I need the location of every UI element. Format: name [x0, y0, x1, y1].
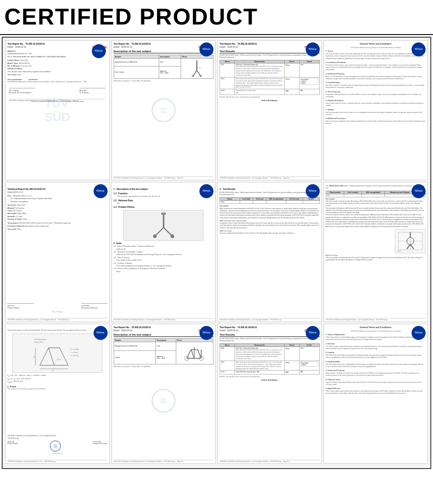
terms-title-2: General Terms and Conditions	[326, 326, 426, 329]
order-title: 2 Order	[114, 242, 214, 245]
remark-body: The samples were submitted by applicant …	[7, 388, 108, 390]
section-ref: 7.2 - EN ISO 4210-6 2014 Cycles - Safety…	[326, 185, 426, 190]
doc-row-2: TÜVSÜD Technical Report No.195.18.10427.…	[5, 182, 428, 322]
svg-text:angle: angle	[57, 359, 61, 360]
svg-text:Fork Tube: Fork Tube	[162, 213, 165, 223]
terms2-section-4: 4. Confidentiality TÜV SÜD shall maintai…	[326, 360, 426, 368]
date-line-2: Dated 2018-04-12 ORIGINAL	[114, 46, 214, 49]
signature-area-2: Ryan He Project Handler Lucas Wei Design…	[7, 303, 108, 313]
doc-footer-11: TÜV SÜD Certification and Testing (China…	[220, 460, 320, 462]
results-table-4: Clause Requirements Result Verdict 4.0.1…	[220, 343, 320, 375]
doc-1-2: TÜVSÜD Test Report No. 70.308.18.10105.0…	[112, 40, 216, 180]
test-results-title-2: 4 Test Results	[220, 188, 320, 190]
tuv-badge-3: TÜVSÜD	[306, 42, 320, 56]
svg-text:m = 22.5 kg: m = 22.5 kg	[70, 355, 78, 357]
test-standard-ref-2: EN ISO 4210-6:2014 Cycles - Safety requi…	[220, 338, 320, 343]
results-table-2: Clause Fork Label Test Level N/A / not a…	[220, 197, 320, 204]
date-line-3: Dated 2018-04-12 ORIGINAL	[220, 46, 320, 49]
doc-footer-6: TÜV SÜD Certification and Testing (China…	[114, 318, 214, 321]
formula-section: Fm = mv² / (2r) where m = mass, v = velo…	[7, 374, 108, 383]
svg-point-9	[153, 234, 157, 238]
fork-svg: Fork Tube	[146, 212, 181, 238]
doc-row-1: TÜVSÜD TÜVSÜD Test Report No. 70.308.18.…	[5, 40, 428, 180]
doc-footer-9: TÜV SÜD Certification and Testing (China…	[7, 460, 108, 462]
page-header: CERTIFIED PRODUCT	[0, 0, 433, 35]
doc-3-4: TÜVSÜD General Terms and Conditions of T…	[324, 324, 428, 464]
terms-subtitle-2: of TÜV SÜD certification and testing (Ch…	[326, 330, 426, 332]
doc-footer-7: TÜV SÜD Certification and Testing (China…	[220, 318, 320, 321]
doc-row-3: TÜVSÜD This test item clause of a bike i…	[5, 324, 428, 464]
doc-2-2: TÜVSÜD 1 Description of the test subject…	[112, 182, 216, 322]
svg-line-2	[197, 70, 201, 76]
order-details: 2.1 Date of Purchase Order, Customer's R…	[114, 245, 214, 273]
frame-image	[185, 343, 204, 363]
svg-point-10	[171, 234, 174, 238]
sample-table-10: Sample Description Photo Sample Received…	[114, 338, 214, 364]
terms-section-5: 5. Governing Law Temporibus autem quibus…	[326, 91, 426, 98]
terms-section-1: 1. Terms Lorem ipsum dolor sit amet, con…	[326, 50, 426, 60]
tuv-badge-4: TÜVSÜD	[412, 42, 426, 56]
doc-3-1: TÜVSÜD This test item clause of a bike i…	[5, 324, 110, 464]
date-line-10: Dated 2018-04-12 ORIGINAL	[114, 329, 214, 332]
sample-table: Sample Description Photo Sample Received…	[114, 55, 214, 79]
test-ref-2: EN ISO 4210-6:2014 Cycles - Safety requi…	[220, 192, 320, 196]
tech-data-section: This test item clause of a bike in the s…	[7, 329, 108, 332]
tuv-watermark-2: TÜV SÜD	[151, 98, 175, 122]
doc-3-3: TÜVSÜD Test Report No. 70.308.18.10105.0…	[217, 324, 322, 464]
fork-image: Fork	[189, 60, 205, 77]
documents-container: TÜVSÜD TÜVSÜD Test Report No. 70.308.18.…	[2, 37, 431, 469]
terms-section-2: 2. Limitations Disclaimer Ut enim ad min…	[326, 61, 426, 71]
photos-section: 1.3 Product Photos Fork Tube	[114, 206, 214, 241]
test-method-text2: 4.0.2 Forks which have composite parts I…	[220, 220, 320, 229]
tuv-badge-1: TÜVSÜD	[92, 44, 106, 58]
abbreviation-text: Abbreviation summary: P = Pass, N/A = No…	[114, 80, 214, 82]
svg-text:Fork: Fork	[197, 66, 201, 69]
terms2-section-7: 7. Applicable Law These Terms shall be g…	[326, 387, 426, 395]
desc-title: 1 Description of the test subject	[114, 188, 214, 190]
terms-section-4: 4. Confidentiality Nam libero tempore, c…	[326, 81, 426, 89]
measurement-diagram: h b Fork Rearward Impact Test angle F = …	[12, 333, 102, 373]
section-title-3: Test Results	[220, 50, 320, 53]
tech-report-date: Dated 2018-12-01	[7, 191, 108, 193]
date-line-11: Dated 2018-04-12 ORIGINAL	[220, 329, 320, 332]
dated-label: Dated 2018-04-12	[7, 46, 26, 49]
terms-title: General Terms and Conditions	[326, 42, 426, 46]
terms2-section-1: 1. Scope of Application These General Te…	[326, 333, 426, 341]
report-line-11: Test Report No. 70.308.18.10105.01	[220, 326, 320, 329]
doc-footer-3: TÜV SÜD Certification and Testing (China…	[220, 176, 320, 179]
doc-1-3: TÜVSÜD Test Report No. 70.308.18.10105.0…	[217, 40, 322, 180]
svg-line-19	[410, 245, 414, 249]
spec-section: Test specification Conclusion	[7, 78, 108, 80]
detailed-method: Test method The test is similar as shown…	[326, 198, 426, 228]
doc-footer: TÜV SÜD Certification and Testing (China…	[9, 99, 106, 102]
measurement-svg: h b Fork Rearward Impact Test angle F = …	[33, 335, 81, 372]
tech-report-fields: Unit: Shenzhen Plant Co. Ltd No. Padying…	[7, 195, 108, 231]
end-of-report: - End of Test Report -	[220, 99, 320, 102]
tuv-watermark-10: TÜV SÜD	[151, 388, 175, 413]
svg-text:Fork Rearward: Fork Rearward	[34, 338, 45, 340]
page-title: CERTIFIED PRODUCT	[4, 4, 429, 30]
doc-footer-10: TÜV SÜD Certification and Testing (China…	[114, 460, 214, 462]
section-title-11: Test Results	[220, 333, 320, 337]
terms-section-6: 6. Dispute Resolution Itaque earum rerum…	[326, 99, 426, 107]
report-line-10: Test Report No. 70.308.18.10105.01	[114, 326, 214, 329]
test-diagram: Fig. 1	[395, 229, 426, 253]
doc-footer-5: TÜV SÜD Certification and Testing (China…	[7, 318, 108, 321]
report-line-2: Test Report No. 70.308.18.10105.01	[114, 42, 214, 45]
terms-section-8: 8. Additional Provisions Nemo enim ipsam…	[326, 117, 426, 125]
results-table-3: Clause passed Fork / method N/A / not ap…	[326, 191, 426, 197]
terms-subtitle: of TÜV SÜD certification and testing (Ch…	[326, 47, 426, 49]
terms2-section-2: 2. Services TÜV SÜD provides independent…	[326, 343, 426, 350]
tech-report-title: Technical Report No.195.18.10427.01	[7, 188, 108, 190]
report-line-3: Test Report No. 70.308.18.10105.01	[220, 42, 320, 45]
svg-point-3	[192, 76, 194, 77]
doc-2-3: TÜVSÜD 4 Test Results EN ISO 4210-6:2014…	[217, 182, 322, 322]
svg-line-1	[193, 70, 197, 76]
doc-1-4: TÜVSÜD General Terms and Conditions of T…	[324, 40, 428, 180]
spec-text: EN ISO 4210-6:2014 cycles - Safety requi…	[7, 81, 108, 83]
tuv-badge-7: TÜVSÜD	[306, 184, 320, 198]
tuv-badge-11: TÜVSÜD	[306, 326, 320, 340]
tuv-badge-2: TÜVSÜD	[199, 42, 213, 56]
terms2-section-5: 5. Intellectual Property All test report…	[326, 369, 426, 377]
tuv-badge-5: TÜVSÜD	[94, 184, 108, 198]
